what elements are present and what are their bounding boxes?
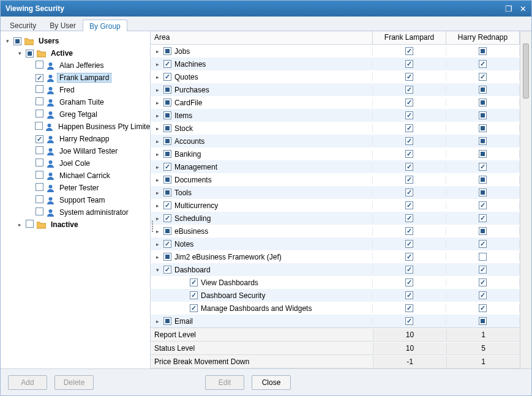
checkbox-col-2[interactable] (479, 240, 487, 248)
scroll-thumb[interactable] (523, 43, 529, 99)
expand-icon[interactable]: ▸ (154, 100, 160, 106)
checkbox-user[interactable] (36, 159, 43, 166)
tree-user-item[interactable]: Michael Carrick (2, 170, 149, 182)
tree-user-item[interactable]: System administrator (2, 206, 149, 219)
checkbox-col-2[interactable] (479, 278, 487, 286)
tree-user-item[interactable]: Alan Jefferies (2, 59, 149, 72)
expand-icon[interactable]: ▸ (154, 164, 160, 170)
checkbox-area[interactable] (163, 266, 171, 274)
expand-icon[interactable]: ▸ (154, 215, 160, 222)
checkbox-user[interactable] (36, 135, 43, 143)
expand-icon[interactable]: ▸ (154, 177, 160, 183)
checkbox-col-2[interactable] (479, 137, 487, 145)
checkbox-area[interactable] (163, 137, 171, 145)
checkbox-user[interactable] (36, 74, 43, 82)
edit-button[interactable]: Edit (205, 375, 244, 390)
grid-row[interactable]: ▸Jobs (151, 45, 520, 58)
grid-row[interactable]: ▸Items (151, 109, 520, 122)
checkbox-col-2[interactable] (479, 86, 487, 94)
checkbox-col-1[interactable] (405, 176, 413, 184)
grid-row[interactable]: ▸Accounts (151, 135, 520, 148)
grid-row[interactable]: ▸Documents (151, 173, 520, 186)
grid-row[interactable]: ▸Purchases (151, 83, 520, 96)
checkbox-col-1[interactable] (405, 304, 413, 312)
checkbox-col-1[interactable] (405, 253, 413, 261)
checkbox-col-1[interactable] (405, 240, 413, 248)
expand-icon[interactable]: ▸ (154, 318, 160, 324)
checkbox-col-2[interactable] (479, 266, 487, 274)
expand-icon[interactable]: ▸ (154, 125, 160, 132)
checkbox-inactive[interactable] (26, 220, 34, 228)
checkbox-area[interactable] (163, 201, 171, 209)
expand-icon[interactable]: ▸ (154, 151, 160, 157)
tree-user-item[interactable]: Happen Business Pty Limited (2, 121, 149, 133)
checkbox-col-2[interactable] (479, 214, 487, 222)
add-button[interactable]: Add (8, 375, 47, 390)
checkbox-col-2[interactable] (479, 317, 487, 325)
checkbox-col-1[interactable] (405, 163, 413, 171)
checkbox-user[interactable] (35, 122, 43, 130)
checkbox-users[interactable] (13, 37, 21, 45)
checkbox-col-1[interactable] (405, 291, 413, 299)
restore-icon[interactable]: ❐ (505, 5, 512, 13)
tab-security[interactable]: Security (3, 19, 43, 31)
expand-icon[interactable]: ▸ (154, 87, 160, 93)
checkbox-area[interactable] (163, 99, 171, 106)
checkbox-user[interactable] (36, 85, 43, 93)
checkbox-col-2[interactable] (479, 291, 487, 299)
expand-icon[interactable]: ▸ (154, 61, 160, 67)
grid-body[interactable]: ▸Jobs▸Machines▸Quotes▸Purchases▸CardFile… (151, 45, 520, 327)
grid-row[interactable]: ▸Tools (151, 186, 520, 199)
grid-row[interactable]: ▸Management (151, 160, 520, 173)
checkbox-col-1[interactable] (405, 317, 413, 325)
expand-icon[interactable]: ▸ (154, 48, 160, 54)
checkbox-area[interactable] (163, 150, 171, 158)
vertical-scrollbar[interactable] (520, 31, 531, 368)
tree-user-item[interactable]: Peter Tester (2, 182, 149, 194)
tab-by-user[interactable]: By User (43, 19, 83, 31)
checkbox-col-2[interactable] (479, 227, 487, 235)
checkbox-active[interactable] (26, 50, 34, 58)
grid-row[interactable]: ▸Stock (151, 122, 520, 135)
checkbox-col-1[interactable] (405, 137, 413, 145)
grid-row[interactable]: View Dashboards (151, 276, 520, 289)
tree-user-item[interactable]: Greg Tetgal (2, 108, 149, 121)
grid-row[interactable]: ▸Banking (151, 148, 520, 160)
column-header-area[interactable]: Area (151, 31, 373, 44)
checkbox-user[interactable] (36, 110, 43, 118)
checkbox-col-2[interactable] (479, 150, 487, 158)
tree-user-item[interactable]: Support Team (2, 194, 149, 206)
checkbox-area[interactable] (163, 253, 171, 261)
checkbox-user[interactable] (36, 183, 43, 191)
tree-node-users[interactable]: ▾ Users (2, 35, 149, 47)
checkbox-area[interactable] (163, 189, 171, 196)
checkbox-area[interactable] (163, 227, 171, 235)
checkbox-col-2[interactable] (479, 189, 487, 196)
expand-icon[interactable]: ▾ (154, 267, 160, 273)
tree-user-item[interactable]: Harry Rednapp (2, 133, 149, 145)
grid-row[interactable]: ▾Dashboard (151, 263, 520, 276)
checkbox-user[interactable] (36, 207, 43, 215)
checkbox-col-2[interactable] (479, 304, 487, 312)
tree-user-item[interactable]: Frank Lampard (2, 72, 149, 84)
user-tree[interactable]: ▾ Users ▾ Active Alan JefferiesFrank Lam… (1, 31, 151, 368)
grid-row[interactable]: ▸Machines (151, 58, 520, 70)
checkbox-user[interactable] (36, 195, 43, 203)
checkbox-col-1[interactable] (405, 86, 413, 94)
checkbox-user[interactable] (36, 171, 43, 179)
checkbox-area[interactable] (163, 240, 171, 248)
checkbox-user[interactable] (36, 146, 43, 154)
checkbox-col-2[interactable] (479, 253, 487, 261)
checkbox-col-1[interactable] (405, 99, 413, 106)
expand-icon[interactable]: ▾ (4, 38, 10, 44)
expand-icon[interactable]: ▸ (154, 190, 160, 196)
checkbox-col-1[interactable] (405, 60, 413, 68)
close-icon[interactable]: ✕ (520, 5, 526, 13)
grid-row[interactable]: ▸Multicurrency (151, 199, 520, 212)
grid-row[interactable]: ▸CardFile (151, 96, 520, 109)
checkbox-area[interactable] (190, 278, 198, 286)
checkbox-area[interactable] (163, 86, 171, 94)
checkbox-col-1[interactable] (405, 111, 413, 119)
column-header-user-1[interactable]: Frank Lampard (373, 31, 446, 44)
checkbox-area[interactable] (190, 304, 198, 312)
